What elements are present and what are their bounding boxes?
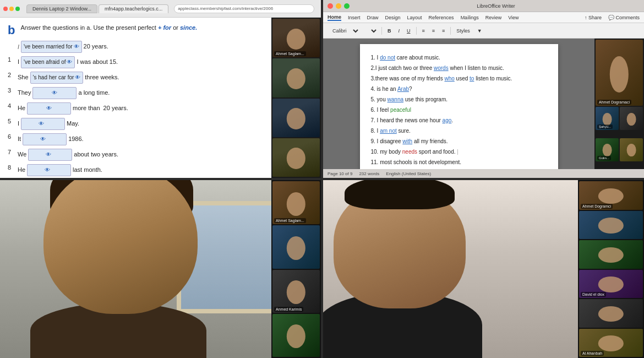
- answer-box-7[interactable]: 👁: [28, 149, 72, 161]
- doc-line-10: 10. my body needs sport and food. |: [371, 147, 547, 157]
- align-right-btn[interactable]: ≡: [439, 26, 447, 35]
- br-vid-label-4: David el diox: [581, 292, 606, 297]
- eye-icon-2[interactable]: 👁: [75, 73, 80, 83]
- ribbon-tab-mailings[interactable]: Mailings: [461, 15, 479, 20]
- br-vid-3: [579, 240, 643, 269]
- exercise-item-8: 8 He 👁 last month.: [8, 164, 264, 176]
- align-left-btn[interactable]: ≡: [419, 26, 428, 35]
- bold-button[interactable]: B: [385, 26, 394, 35]
- doc-line-11: 11. most schools is not development.: [371, 158, 547, 167]
- url-bar[interactable]: appleclass.membershipfast.com/interactiv…: [174, 4, 314, 13]
- bl-vid-label-3: Anmed Karimis: [274, 307, 303, 312]
- ribbon-tab-layout[interactable]: Layout: [407, 15, 422, 20]
- tr-vid-3: [620, 107, 643, 130]
- bottom-right-panel: Ahmet Dogramci David el diox Al Aharıbah: [323, 180, 644, 358]
- mac-min-btn[interactable]: [336, 3, 341, 9]
- bl-vid-label-1: Ahmet Saglam...: [274, 218, 306, 223]
- br-person-area: [323, 180, 578, 358]
- macos-titlebar: LibreOffice Writer: [323, 0, 644, 12]
- maximize-button[interactable]: [15, 7, 20, 11]
- tr-vid-2: Şahyu...: [596, 107, 619, 130]
- ribbon-tab-draw[interactable]: Draw: [367, 15, 379, 20]
- tr-vid-label-4: Gülin...: [597, 156, 611, 160]
- br-vid-label-6: Al Aharıbah: [581, 351, 604, 356]
- video-label-1: Ahmet Saglam...: [274, 51, 306, 56]
- italic-button[interactable]: I: [396, 26, 403, 35]
- exercise-instruction: Answer the questions in a. Use the prese…: [20, 23, 197, 32]
- br-vid-label-1: Ahmet Dogramci: [581, 204, 613, 209]
- ribbon-tab-insert[interactable]: Insert: [348, 15, 361, 20]
- answer-box-2[interactable]: 's had her car for 👁: [30, 72, 84, 84]
- answer-box-4[interactable]: 👁: [27, 102, 71, 115]
- doc-line-8: 8. I am not sure.: [371, 126, 547, 136]
- font-size-selector[interactable]: 11: [362, 26, 379, 36]
- styles-dropdown[interactable]: ▼: [474, 26, 485, 35]
- eye-icon-3[interactable]: 👁: [52, 88, 57, 98]
- answer-box-3[interactable]: 👁: [32, 87, 77, 99]
- tr-main-video: Ahmet Dogramaci: [596, 40, 643, 106]
- answer-box-6[interactable]: 👁: [23, 133, 67, 145]
- answer-box-8[interactable]: 👁: [27, 164, 71, 176]
- tab-2[interactable]: mfn4app.teacherlogics.c...: [99, 4, 168, 13]
- document-page: 1. I do not care about music. 2.I just c…: [360, 44, 558, 169]
- comments-button[interactable]: 💬 Comments: [608, 15, 640, 20]
- toolbar-separator-1: [381, 27, 382, 35]
- ribbon-tab-design[interactable]: Design: [385, 15, 401, 20]
- tl-body: b Answer the questions in a. Use the pre…: [0, 18, 321, 178]
- tr-vid-4: Gülin...: [596, 138, 619, 161]
- bottom-left-panel: Ahmet Saglam... Anmed Karimis: [0, 180, 321, 358]
- eye-icon-6[interactable]: 👁: [40, 134, 46, 144]
- tr-video-grid: Şahyu... Gülin...: [596, 107, 643, 168]
- document-area: 1. I do not care about music. 2.I just c…: [323, 39, 594, 169]
- exercise-item-1: 1 I 've been afraid of 👁 I was about 15.: [8, 56, 264, 68]
- ribbon-tab-home[interactable]: Home: [328, 14, 341, 21]
- tab-1[interactable]: Dennis Laptop 2 Window...: [26, 4, 97, 13]
- browser-bar: Dennis Laptop 2 Window... mfn4app.teache…: [0, 0, 321, 18]
- exercise-item-4: 4 He 👁 more than 20 years.: [8, 102, 264, 115]
- ribbon-tab-review[interactable]: Review: [485, 15, 502, 20]
- video-thumb-3: [272, 99, 320, 137]
- font-selector[interactable]: Calibri: [328, 26, 361, 36]
- share-button[interactable]: ↑ Share: [585, 15, 602, 20]
- eye-icon-5[interactable]: 👁: [39, 119, 44, 129]
- app-title: LibreOffice Writer: [477, 3, 515, 9]
- tr-body: 1. I do not care about music. 2.I just c…: [323, 39, 644, 169]
- br-person-hair: [345, 180, 455, 209]
- bl-vid-1: Ahmet Saglam...: [272, 181, 320, 224]
- close-button[interactable]: [3, 7, 8, 11]
- answer-box-1[interactable]: 've been afraid of 👁: [21, 56, 75, 68]
- tl-video-sidebar: Ahmet Saglam...: [271, 18, 321, 178]
- eye-icon-4[interactable]: 👁: [46, 104, 52, 113]
- language-info: English (United States): [386, 171, 431, 176]
- doc-line-3: 3.there was one of my friends who used t…: [371, 74, 547, 84]
- align-center-btn[interactable]: ≡: [429, 26, 438, 35]
- window-controls: [3, 7, 20, 11]
- underline-button[interactable]: U: [404, 26, 413, 35]
- eye-icon-1[interactable]: 👁: [67, 57, 72, 67]
- br-vid-5: [579, 299, 643, 328]
- bl-vid-2: [272, 225, 320, 268]
- mac-close-btn[interactable]: [328, 3, 333, 9]
- exercise-item-7: 7 We 👁 about two years.: [8, 149, 264, 161]
- eye-icon-example[interactable]: 👁: [74, 42, 79, 52]
- document-statusbar: Page 10 of 9 232 words English (United S…: [323, 169, 644, 178]
- br-vid-1: Ahmet Dogramci: [579, 181, 643, 210]
- answer-box-5[interactable]: 👁: [21, 118, 65, 130]
- eye-icon-8[interactable]: 👁: [45, 165, 50, 175]
- styles-button[interactable]: Styles: [454, 26, 473, 35]
- exercise-item-3: 3 They 👁 a long time.: [8, 87, 264, 99]
- minimize-button[interactable]: [9, 7, 14, 11]
- exercise-item-5: 5 I 👁 May.: [8, 118, 264, 130]
- tr-video-sidebar: Ahmet Dogramaci Şahyu... Gülin...: [594, 39, 644, 169]
- br-vid-2: [579, 211, 643, 240]
- person-area: [0, 180, 271, 358]
- video-thumb-4: [272, 138, 320, 177]
- mac-max-btn[interactable]: [344, 3, 350, 9]
- eye-icon-7[interactable]: 👁: [46, 150, 51, 160]
- ribbon-tab-references[interactable]: References: [429, 15, 454, 20]
- doc-line-5: 5. you wanna use this program.: [371, 95, 547, 105]
- top-right-panel: LibreOffice Writer Home Insert Draw Desi…: [323, 0, 644, 178]
- ribbon-tab-view[interactable]: View: [508, 15, 519, 20]
- doc-line-6: 6. I feel peaceful: [371, 105, 547, 115]
- tr-vid-5: [620, 138, 643, 161]
